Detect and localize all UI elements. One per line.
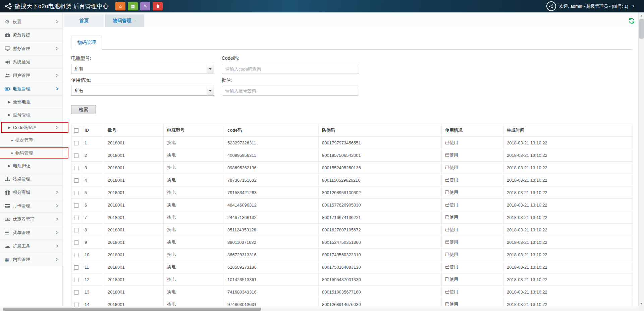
row-checkbox[interactable] [74, 265, 78, 270]
sidebar-item-content-mgmt[interactable]: ▦内容管理> [0, 253, 62, 266]
cell-id: 10 [81, 249, 104, 261]
code-label: Code码: [222, 55, 389, 61]
row-checkbox[interactable] [74, 203, 78, 208]
row-checkbox[interactable] [74, 141, 78, 145]
cell-security: 8001552495250136 [319, 162, 442, 174]
quick-buttons: ⌂ ▦ ✎ [115, 2, 163, 10]
table-row: 22018001换电4009959563118001957506542001已使… [71, 149, 633, 162]
row-checkbox[interactable] [74, 153, 78, 158]
sidebar-item-model-mgmt[interactable]: ▶型号管理 [0, 108, 62, 121]
cell-code: 851124353126 [224, 224, 319, 236]
sidebar-item-all-batteries[interactable]: ▶全部电瓶 [0, 96, 62, 108]
sidebar-item-item-code-mgmt[interactable]: »物码管理 [0, 147, 62, 160]
sidebar-menu: ⚙设置>紧急救援财务管理>系统通知用户管理>电瓶管理>▶全部电瓶▶型号管理▶Co… [0, 12, 63, 307]
sidebar-item-menu-mgmt[interactable]: ☰菜单管理> [0, 226, 62, 239]
cell-model: 换电 [164, 137, 224, 149]
cell-id: 3 [81, 162, 104, 174]
row-checkbox[interactable] [74, 290, 78, 295]
table-row: 12018001换电5232973263118001797973456551已使… [71, 137, 633, 149]
user-menu[interactable]: 欢迎, admin - 超级管理员 - (编号: 1) ▼ [546, 0, 635, 12]
tab-home[interactable]: 首页 [64, 14, 104, 27]
cell-security: 8001716674136221 [319, 211, 442, 224]
table-row: 142018001换电9748630136318001268914676030已… [71, 298, 633, 307]
cell-code: 880110371632 [224, 236, 319, 249]
cell-model: 换电 [164, 162, 224, 174]
double-angle-icon: » [11, 151, 13, 156]
row-checkbox[interactable] [74, 166, 78, 170]
cell-time: 2018-03-21 13:10:22 [503, 261, 633, 273]
row-checkbox[interactable] [74, 240, 78, 245]
sidebar-item-emergency-rescue[interactable]: 紧急救援 [0, 29, 62, 42]
cell-batch: 2018001 [104, 224, 164, 236]
sidebar-item-ext-tools[interactable]: ☁扩展工具> [0, 239, 62, 253]
tab-item-code-mgmt[interactable]: 物码管理 × [105, 14, 144, 27]
home-icon[interactable]: ⌂ [115, 2, 125, 10]
col-batch: 批号 [104, 124, 164, 137]
cell-batch: 2018001 [104, 286, 164, 298]
usage-select[interactable]: 所有 [71, 86, 214, 96]
chevron-right-icon: > [56, 86, 58, 92]
row-checkbox[interactable] [74, 228, 78, 232]
row-checkbox[interactable] [74, 178, 78, 183]
cell-model: 换电 [164, 199, 224, 211]
user-avatar-icon [546, 1, 556, 11]
code-input[interactable] [222, 64, 359, 74]
panel-tab-strip: 物码管理 [71, 35, 633, 50]
table-row: 132018001换电7416803433168001510035677160已… [71, 286, 633, 298]
vertical-scrollbar[interactable]: ▲ ▼ [638, 12, 644, 307]
sidebar-item-site-mgmt[interactable]: 站点管理 [0, 172, 62, 186]
table-row: 42018001换电7873671516328001150529626210已使… [71, 174, 633, 186]
cell-id: 7 [81, 211, 104, 224]
row-checkbox[interactable] [74, 253, 78, 257]
search-button[interactable]: 检索 [71, 105, 96, 114]
row-checkbox[interactable] [74, 216, 78, 220]
col-model: 电瓶型号 [164, 124, 224, 137]
sidebar-item-coupon-mgmt[interactable]: 优惠券管理> [0, 213, 62, 226]
cell-batch: 2018001 [104, 186, 164, 199]
trash-icon[interactable] [153, 2, 163, 10]
app-title: 微搜天下o2o电池租赁 后台管理中心 [15, 2, 109, 10]
sidebar-item-month-card[interactable]: 月卡管理> [0, 199, 62, 213]
battery-model-select[interactable]: 所有 [71, 64, 214, 74]
close-icon[interactable]: × [134, 18, 137, 23]
table-row: 112018001换电6285892731368001750164083130已… [71, 261, 633, 273]
batch-input[interactable] [222, 86, 359, 96]
triangle-bullet-icon: ▶ [8, 164, 11, 168]
sidebar-item-battery-return[interactable]: ▶电瓶归还 [0, 160, 62, 172]
chevron-right-icon: > [56, 124, 58, 130]
pencil-icon[interactable]: ✎ [140, 2, 150, 10]
scroll-down-icon[interactable]: ▼ [639, 301, 644, 306]
row-checkbox[interactable] [74, 303, 78, 307]
page-tab-bar: 首页 物码管理 × [63, 12, 638, 27]
sidebar-item-finance-mgmt[interactable]: 财务管理> [0, 42, 62, 55]
cell-model: 换电 [164, 249, 224, 261]
sidebar-item-code-mgmt[interactable]: ▶Code码管理> [0, 121, 62, 134]
cell-security: 8001750164083130 [319, 261, 442, 273]
cell-code: 400995956311 [224, 149, 319, 162]
panel-tab-item-code[interactable]: 物码管理 [71, 36, 102, 50]
grid-icon[interactable]: ▦ [128, 2, 138, 10]
cell-model: 换电 [164, 236, 224, 249]
scroll-up-icon[interactable]: ▲ [639, 13, 644, 18]
cell-id: 13 [81, 286, 104, 298]
sidebar-item-points-mall[interactable]: 积分商城> [0, 186, 62, 199]
refresh-icon[interactable] [628, 17, 635, 24]
cell-batch: 2018001 [104, 149, 164, 162]
cell-security: 8001797973456551 [319, 137, 442, 149]
cell-model: 换电 [164, 149, 224, 162]
horizontal-scroll-thumb[interactable] [3, 308, 261, 311]
horizontal-scrollbar[interactable] [0, 307, 638, 311]
row-checkbox[interactable] [74, 191, 78, 195]
sidebar-item-system-notice[interactable]: 系统通知 [0, 55, 62, 69]
select-all-checkbox[interactable] [74, 128, 78, 133]
sidebar-item-user-mgmt[interactable]: 用户管理> [0, 69, 62, 82]
row-checkbox[interactable] [74, 278, 78, 282]
chevron-right-icon: > [56, 229, 58, 235]
sidebar-item-battery-mgmt[interactable]: 电瓶管理> [0, 82, 62, 96]
cell-code: 628589273136 [224, 261, 319, 273]
cell-id: 6 [81, 199, 104, 211]
sidebar-item-batch-mgmt[interactable]: »批次管理 [0, 134, 62, 147]
table-row: 62018001换电4841460963128001577620905030已使… [71, 199, 633, 211]
vertical-scroll-thumb[interactable] [639, 19, 644, 39]
sidebar-item-settings[interactable]: ⚙设置> [0, 15, 62, 29]
